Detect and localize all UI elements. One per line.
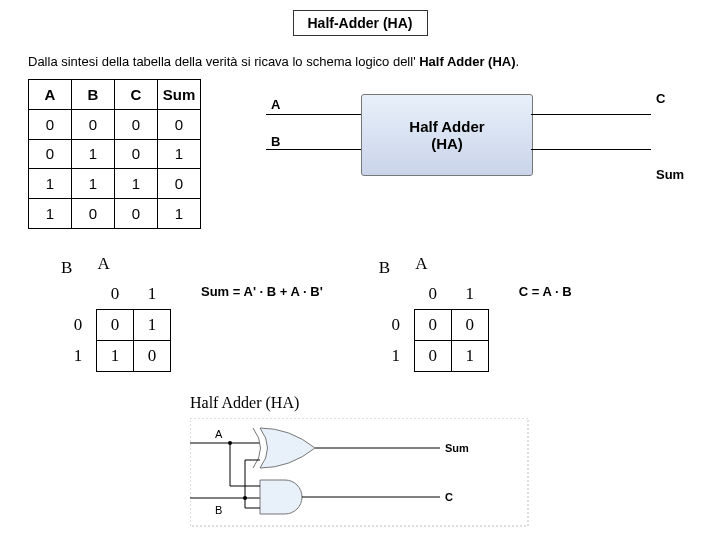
- circuit-title: Half Adder (HA): [190, 394, 720, 412]
- wire-sum: [531, 149, 651, 150]
- kmap-c: B A 0 1 0 0 0 1 0 1: [378, 249, 489, 372]
- kmap-sum-rowlbl: B: [60, 249, 97, 279]
- cell: 0: [72, 109, 115, 139]
- cell: 0: [158, 169, 201, 199]
- cell: 1: [72, 139, 115, 169]
- circuit-diagram: Half Adder (HA) A B Sum C: [190, 394, 720, 531]
- kmap-col: 1: [451, 279, 488, 310]
- th-b: B: [72, 80, 115, 110]
- kmap-row: 1: [60, 341, 97, 372]
- cell: 1: [29, 169, 72, 199]
- wire-b: [266, 149, 361, 150]
- circ-out-sum: Sum: [445, 442, 469, 454]
- kmap-row: 0: [60, 310, 97, 341]
- page-title: Half-Adder (HA): [293, 10, 428, 36]
- intro-text: Dalla sintesi della tabella della verità…: [28, 54, 720, 69]
- th-sum: Sum: [158, 80, 201, 110]
- cell: 0: [29, 139, 72, 169]
- kmap-cell: 0: [451, 310, 488, 341]
- input-b-label: B: [271, 134, 280, 149]
- kmap-sum-collbl: A: [97, 249, 134, 279]
- cell: 1: [115, 169, 158, 199]
- output-sum-label: Sum: [656, 167, 684, 182]
- svg-point-12: [243, 496, 247, 500]
- cell: 0: [72, 199, 115, 229]
- block-diagram: A B Half Adder (HA) C Sum: [201, 79, 720, 229]
- circ-in-a: A: [215, 428, 223, 440]
- cell: 1: [158, 199, 201, 229]
- cell: 0: [115, 139, 158, 169]
- kmap-cell: 0: [97, 310, 134, 341]
- circuit-svg: A B Sum C: [190, 418, 530, 528]
- kmap-cell: 0: [134, 341, 171, 372]
- ha-block-text: Half Adder (HA): [409, 118, 484, 152]
- kmap-row: 0: [378, 310, 415, 341]
- wire-a: [266, 114, 361, 115]
- kmap-sum: B A 0 1 0 0 1 1 1 0: [60, 249, 171, 372]
- kmap-cell: 1: [134, 310, 171, 341]
- equation-c: C = A · B: [519, 284, 572, 299]
- circ-out-c: C: [445, 491, 453, 503]
- kmap-c-collbl: A: [414, 249, 451, 279]
- input-a-label: A: [271, 97, 280, 112]
- cell: 0: [115, 109, 158, 139]
- intro-bold: Half Adder (HA): [419, 54, 515, 69]
- ha-block: Half Adder (HA): [361, 94, 533, 176]
- svg-rect-0: [190, 418, 528, 526]
- output-c-label: C: [656, 91, 665, 106]
- kmap-col: 0: [414, 279, 451, 310]
- kmap-c-rowlbl: B: [378, 249, 415, 279]
- truth-table: A B C Sum 0000 0101 1110 1001: [28, 79, 201, 229]
- th-c: C: [115, 80, 158, 110]
- cell: 0: [29, 109, 72, 139]
- svg-point-11: [228, 441, 232, 445]
- wire-c: [531, 114, 651, 115]
- kmap-cell: 1: [451, 341, 488, 372]
- th-a: A: [29, 80, 72, 110]
- intro-prefix: Dalla sintesi della tabella della verità…: [28, 54, 419, 69]
- kmap-row: 1: [378, 341, 415, 372]
- kmap-col: 0: [97, 279, 134, 310]
- cell: 0: [115, 199, 158, 229]
- cell: 1: [72, 169, 115, 199]
- kmap-cell: 0: [414, 341, 451, 372]
- equation-sum: Sum = A' · B + A · B': [201, 284, 323, 299]
- cell: 1: [29, 199, 72, 229]
- kmap-cell: 0: [414, 310, 451, 341]
- cell: 0: [158, 109, 201, 139]
- cell: 1: [158, 139, 201, 169]
- kmap-col: 1: [134, 279, 171, 310]
- circ-in-b: B: [215, 504, 222, 516]
- kmap-cell: 1: [97, 341, 134, 372]
